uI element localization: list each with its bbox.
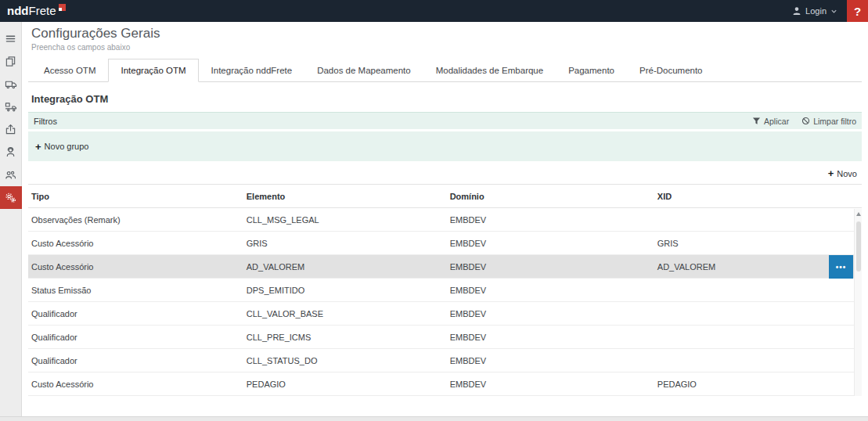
cell-dominio: EMBDEV xyxy=(447,380,654,389)
table-row[interactable]: Qualificador CLL_PRE_ICMS EMBDEV xyxy=(28,326,862,349)
filters-panel: Filtros Aplicar Limpar filtro xyxy=(28,112,862,129)
tab-integracao-nddfrete[interactable]: Integração nddFrete xyxy=(199,59,305,82)
app-logo: nddFrete xyxy=(0,1,66,21)
users-icon xyxy=(5,169,16,181)
vertical-scrollbar[interactable] xyxy=(854,209,862,396)
cell-tipo: Qualificador xyxy=(28,309,243,318)
sidebar-item-documents[interactable] xyxy=(0,50,22,73)
cell-elemento: AD_VALOREM xyxy=(243,262,447,272)
table-row[interactable]: Custo Acessório PEDAGIO EMBDEV PEDAGIO xyxy=(28,372,862,396)
sidebar-item-support[interactable] xyxy=(0,141,22,164)
column-header-xid: XID xyxy=(654,192,862,201)
export-icon xyxy=(5,124,16,135)
cell-dominio: EMBDEV xyxy=(447,262,654,272)
column-header-elemento: Elemento xyxy=(243,192,447,201)
table-row[interactable]: Qualificador CLL_VALOR_BASE EMBDEV xyxy=(28,302,862,326)
login-label: Login xyxy=(805,6,827,16)
cell-elemento: PEDAGIO xyxy=(243,380,447,389)
cell-dominio: EMBDEV xyxy=(447,215,654,225)
row-actions-button[interactable]: ••• xyxy=(829,255,853,279)
cell-dominio: EMBDEV xyxy=(447,333,654,342)
app-window: nddFrete Login ? xyxy=(0,0,868,421)
table-header: Tipo Elemento Domínio XID xyxy=(28,184,862,208)
new-group-label: Novo grupo xyxy=(45,142,89,151)
cell-tipo: Observações (Remark) xyxy=(28,215,243,225)
cell-tipo: Qualificador xyxy=(28,356,243,365)
cell-dominio: EMBDEV xyxy=(447,356,654,365)
cargo-truck-icon xyxy=(5,101,17,113)
apply-filter-button[interactable]: Aplicar xyxy=(752,117,789,126)
sidebar-item-export[interactable] xyxy=(0,118,22,141)
user-icon xyxy=(792,6,801,16)
main-content: Configurações Gerais Preencha os campos … xyxy=(22,22,868,416)
support-icon xyxy=(5,146,16,158)
cell-tipo: Custo Acessório xyxy=(28,239,243,248)
column-header-tipo: Tipo xyxy=(28,192,243,201)
tab-integracao-otm[interactable]: Integração OTM xyxy=(108,59,198,82)
tab-bar: Acesso OTM Integração OTM Integração ndd… xyxy=(28,59,862,82)
tab-modalidades-de-embarque[interactable]: Modalidades de Embarque xyxy=(423,59,556,82)
truck-icon xyxy=(5,78,17,90)
tab-acesso-otm[interactable]: Acesso OTM xyxy=(31,59,108,82)
cell-dominio: EMBDEV xyxy=(447,286,654,295)
cell-dominio: EMBDEV xyxy=(447,309,654,318)
plus-icon: + xyxy=(35,142,41,152)
column-header-dominio: Domínio xyxy=(447,192,654,201)
sidebar-item-settings[interactable] xyxy=(0,186,22,209)
table-row[interactable]: Custo Acessório GRIS EMBDEV GRIS xyxy=(28,232,862,255)
logo-text-frete: Frete xyxy=(29,1,56,21)
cell-elemento: CLL_VALOR_BASE xyxy=(243,309,447,318)
apply-filter-label: Aplicar xyxy=(764,117,789,126)
table-row[interactable]: Status Emissão DPS_EMITIDO EMBDEV xyxy=(28,279,862,302)
tab-pre-documento[interactable]: Pré-Documento xyxy=(627,59,715,82)
filters-title: Filtros xyxy=(34,117,57,126)
body-row: Configurações Gerais Preencha os campos … xyxy=(0,22,868,416)
bottom-bar xyxy=(0,416,868,421)
top-bar: nddFrete Login ? xyxy=(0,0,868,22)
scroll-up-button[interactable] xyxy=(855,209,862,219)
cell-elemento: CLL_PRE_ICMS xyxy=(243,333,447,342)
table-row[interactable]: Observações (Remark) CLL_MSG_LEGAL EMBDE… xyxy=(28,208,862,232)
sidebar-item-menu[interactable] xyxy=(0,27,22,50)
table-body: Observações (Remark) CLL_MSG_LEGAL EMBDE… xyxy=(28,208,862,396)
new-group-button[interactable]: + Novo grupo xyxy=(35,142,88,152)
ellipsis-icon: ••• xyxy=(836,263,847,272)
cell-xid: GRIS xyxy=(654,239,862,248)
chevron-down-icon xyxy=(830,8,837,15)
copy-icon xyxy=(5,56,16,67)
tab-dados-de-mapeamento[interactable]: Dados de Mapeamento xyxy=(304,59,423,82)
table-row-selected[interactable]: Custo Acessório AD_VALOREM EMBDEV AD_VAL… xyxy=(28,255,862,279)
topbar-right: Login ? xyxy=(783,0,868,22)
tab-pagamento[interactable]: Pagamento xyxy=(556,59,627,82)
menu-icon xyxy=(5,33,16,45)
sidebar xyxy=(0,22,22,416)
sidebar-item-freight[interactable] xyxy=(0,73,22,95)
cell-tipo: Custo Acessório xyxy=(28,380,243,389)
cell-xid: PEDAGIO xyxy=(654,380,862,389)
filter-group-panel: + Novo grupo xyxy=(28,131,862,161)
help-button[interactable]: ? xyxy=(847,0,868,22)
new-record-label: Novo xyxy=(837,169,857,178)
clear-filter-button[interactable]: Limpar filtro xyxy=(801,117,856,126)
table-row[interactable]: Qualificador CLL_STATUS_DO EMBDEV xyxy=(28,349,862,372)
clear-filter-icon xyxy=(801,117,810,125)
table-toolbar: + Novo xyxy=(28,161,862,184)
help-icon: ? xyxy=(854,5,861,18)
cell-tipo: Custo Acessório xyxy=(28,262,243,272)
page-title: Configurações Gerais xyxy=(28,26,862,41)
logo-text-ndd: ndd xyxy=(7,1,29,21)
clear-filter-label: Limpar filtro xyxy=(813,117,856,126)
sidebar-item-users[interactable] xyxy=(0,164,22,186)
cell-tipo: Status Emissão xyxy=(28,286,243,295)
settings-icon xyxy=(5,192,16,203)
login-menu[interactable]: Login xyxy=(783,0,847,22)
scrollbar-thumb[interactable] xyxy=(856,221,861,272)
plus-icon: + xyxy=(828,168,834,178)
new-record-button[interactable]: + Novo xyxy=(828,168,857,178)
logo-mark-icon xyxy=(59,4,66,11)
cell-elemento: DPS_EMITIDO xyxy=(243,286,447,295)
filter-actions: Aplicar Limpar filtro xyxy=(752,117,856,126)
sidebar-item-shipment[interactable] xyxy=(0,95,22,118)
page-subtitle: Preencha os campos abaixo xyxy=(28,43,862,52)
arrow-up-icon xyxy=(856,212,861,216)
